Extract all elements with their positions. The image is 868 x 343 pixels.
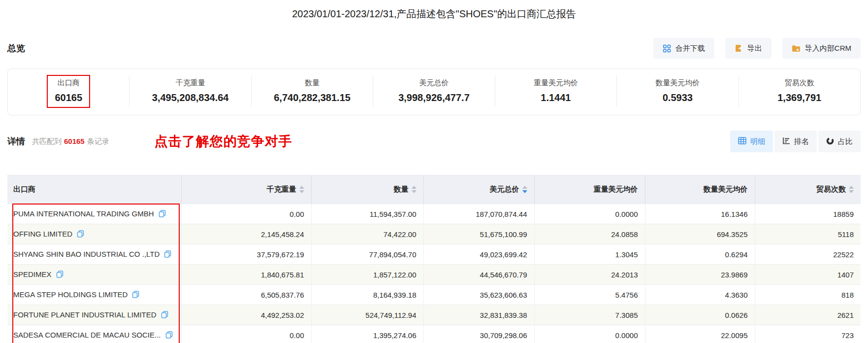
table-row[interactable]: FORTUNE PLANET INDUSTRIAL LIMITED 4,492,… — [7, 305, 861, 325]
usd-total-cell: 49,023,699.42 — [423, 244, 534, 265]
stat-value: 3,495,208,834.64 — [152, 92, 229, 103]
usd-per-kg-cell: 5.4756 — [534, 285, 645, 305]
table-header-row: 出口商 千克重量 数量 美元总价 重量美元均价 — [7, 175, 861, 204]
tab-label: 排名 — [794, 137, 809, 146]
merge-download-icon — [663, 44, 671, 53]
tab-share-view[interactable]: 占比 — [818, 131, 861, 152]
stat-usd-per-qty: 数量美元均价 0.5933 — [616, 76, 738, 107]
trade-count-cell: 723 — [755, 325, 861, 343]
quantity-cell: 524,749,112.94 — [311, 305, 423, 325]
kg-weight-cell: 6,505,837.76 — [181, 285, 311, 305]
kg-weight-cell: 4,492,253.02 — [181, 305, 311, 325]
exporter-name[interactable]: FORTUNE PLANET INDUSTRIAL LIMITED — [13, 310, 157, 319]
table-row[interactable]: SPEDIMEX 1,840,675.81 1,857,122.00 44,54… — [7, 265, 861, 285]
quantity-cell: 74,422.00 — [311, 224, 423, 244]
usd-total-cell: 44,546,670.79 — [423, 265, 534, 285]
usd-per-kg-cell: 24.2013 — [534, 265, 645, 285]
overview-section-header: 总览 合并下载 导出 — [7, 38, 861, 59]
exporter-name[interactable]: SHYANG SHIN BAO INDUSTRIAL CO .,LTD — [13, 250, 160, 258]
col-header-trade-count[interactable]: 贸易次数 — [755, 175, 861, 204]
col-header-kg-weight[interactable]: 千克重量 — [181, 175, 311, 204]
usd-per-qty-cell: 23.9869 — [645, 265, 755, 285]
copy-icon[interactable] — [77, 230, 84, 239]
copy-icon[interactable] — [132, 291, 139, 300]
stats-card: 出口商 60165 千克重量 3,495,208,834.64 数量 6,740… — [7, 69, 861, 115]
table-row[interactable]: MEGA STEP HOLDINGS LIMITED 6,505,837.76 … — [7, 285, 861, 305]
trade-count-cell: 1407 — [755, 265, 861, 285]
export-icon — [735, 44, 743, 53]
exporter-name[interactable]: SPEDIMEX — [13, 270, 52, 278]
copy-icon[interactable] — [161, 311, 168, 320]
usd-per-qty-cell: 0.0626 — [645, 305, 755, 325]
usd-per-kg-cell: 7.3085 — [534, 305, 645, 325]
tab-label: 明细 — [750, 137, 765, 146]
col-header-usd-total[interactable]: 美元总价 — [423, 175, 534, 204]
stat-label: 美元总价 — [398, 78, 470, 88]
match-records-text: 共匹配到60165条记录 — [32, 137, 109, 146]
stat-label: 贸易次数 — [777, 78, 821, 88]
stat-value: 1,369,791 — [777, 92, 821, 103]
table-row[interactable]: PUMA INTERNATIONAL TRADING GMBH 0.00 11,… — [7, 204, 861, 224]
exporter-name[interactable]: MEGA STEP HOLDINGS LIMITED — [13, 290, 128, 299]
usd-per-kg-cell: 24.0858 — [534, 224, 645, 244]
copy-icon[interactable] — [164, 250, 171, 259]
kg-weight-cell: 0.00 — [181, 325, 311, 343]
export-button[interactable]: 导出 — [725, 38, 772, 59]
stat-value: 3,998,926,477.7 — [398, 92, 470, 103]
stat-label: 数量美元均价 — [655, 78, 700, 88]
kg-weight-cell: 2,145,458.24 — [181, 224, 311, 244]
usd-per-kg-cell: 0.0000 — [534, 204, 645, 224]
kg-weight-cell: 37,579,672.19 — [181, 244, 311, 265]
trade-count-cell: 18859 — [755, 204, 861, 224]
view-mode-tabs: 明细 排名 占比 — [730, 131, 861, 152]
copy-icon[interactable] — [165, 331, 173, 340]
table-row[interactable]: OFFING LIMITED 2,145,458.24 74,422.00 51… — [7, 224, 861, 244]
col-header-exporter: 出口商 — [7, 175, 181, 204]
usd-per-kg-cell: 0.0000 — [534, 325, 645, 343]
usd-per-qty-cell: 694.3525 — [645, 224, 755, 244]
stat-value: 6,740,282,381.15 — [274, 92, 351, 103]
tab-detail-view[interactable]: 明细 — [730, 131, 773, 152]
sort-icon[interactable] — [849, 186, 854, 193]
stat-value: 60165 — [55, 92, 82, 103]
merge-download-button[interactable]: 合并下载 — [653, 38, 714, 59]
match-count: 60165 — [64, 137, 85, 145]
usd-per-qty-cell: 0.6294 — [645, 244, 755, 265]
tab-ranking-view[interactable]: 排名 — [774, 131, 817, 152]
usd-per-qty-cell: 16.1346 — [645, 204, 755, 224]
col-header-quantity[interactable]: 数量 — [311, 175, 423, 204]
stat-usd-total: 美元总价 3,998,926,477.7 — [373, 76, 494, 107]
table-icon — [738, 137, 746, 146]
import-crm-button[interactable]: 导入内部CRM — [782, 38, 861, 59]
kg-weight-cell: 1,840,675.81 — [181, 265, 311, 285]
quantity-cell: 11,594,357.00 — [311, 204, 423, 224]
table-row[interactable]: SADESA COMERCIAL DE MACAU SOCIE... 0.00 … — [7, 325, 861, 343]
sort-icon-active-desc[interactable] — [522, 186, 527, 193]
sort-icon[interactable] — [299, 186, 304, 193]
usd-per-qty-cell: 22.0095 — [645, 325, 755, 343]
tab-label: 占比 — [838, 137, 853, 146]
usd-total-cell: 35,623,606.63 — [423, 285, 534, 305]
quantity-cell: 8,164,939.18 — [311, 285, 423, 305]
copy-icon[interactable] — [159, 210, 166, 219]
exporter-name[interactable]: PUMA INTERNATIONAL TRADING GMBH — [13, 209, 154, 218]
stat-label: 重量美元均价 — [534, 78, 578, 88]
usd-per-kg-cell: 1.3045 — [534, 244, 645, 265]
copy-icon[interactable] — [56, 271, 64, 279]
overview-heading: 总览 — [7, 42, 25, 54]
ranking-icon — [782, 137, 790, 146]
usd-total-cell: 30,709,298.06 — [423, 325, 534, 343]
stat-value: 1.1441 — [534, 92, 578, 103]
exporter-name[interactable]: SADESA COMERCIAL DE MACAU SOCIE... — [13, 331, 161, 339]
annotation-competitors-text: 点击了解您的竞争对手 — [155, 135, 292, 148]
usd-total-cell: 32,831,839.38 — [423, 305, 534, 325]
usd-per-qty-cell: 4.3630 — [645, 285, 755, 305]
stat-usd-per-kg: 重量美元均价 1.1441 — [495, 76, 616, 107]
quantity-cell: 1,395,274.06 — [311, 325, 423, 343]
sort-icon[interactable] — [412, 186, 417, 193]
trade-count-cell: 22522 — [755, 244, 861, 265]
stat-label: 出口商 — [55, 78, 82, 88]
table-row[interactable]: SHYANG SHIN BAO INDUSTRIAL CO .,LTD 37,5… — [7, 244, 861, 265]
exporter-name[interactable]: OFFING LIMITED — [13, 230, 72, 238]
import-crm-label: 导入内部CRM — [805, 44, 851, 53]
